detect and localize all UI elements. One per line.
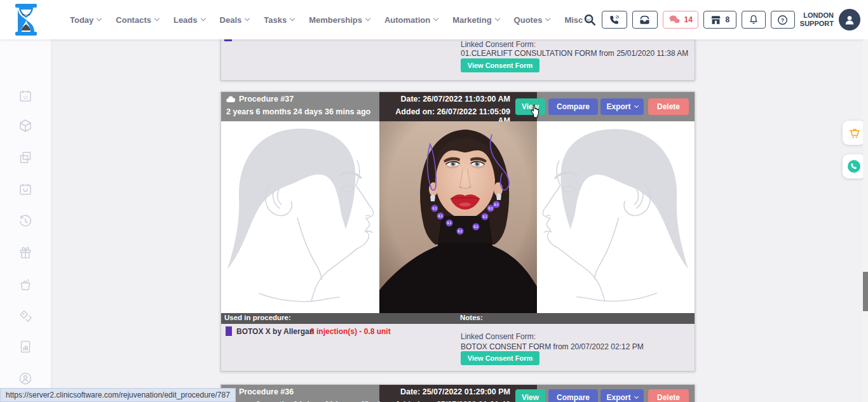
- injection-point[interactable]: 0.1: [487, 205, 494, 212]
- whatsapp-icon: [846, 159, 862, 174]
- procedure-added: Added on: 26/07/2022 11:05:09 AM: [383, 107, 510, 121]
- export-label: Export: [606, 393, 630, 402]
- svg-text:0.1: 0.1: [433, 207, 437, 210]
- delete-button[interactable]: Delete: [648, 389, 689, 402]
- delete-button[interactable]: Delete: [648, 98, 689, 115]
- link-preview-statusbar: https://server2.clinicsoftware.com/rejuv…: [0, 388, 236, 402]
- top-controls: 14 8 ?: [583, 0, 860, 39]
- gift-icon[interactable]: [18, 245, 33, 260]
- calendar-icon[interactable]: 12: [18, 88, 33, 104]
- chevron-down-icon: [634, 394, 638, 399]
- nav-contacts-label: Contacts: [116, 15, 151, 25]
- compare-button[interactable]: Compare: [548, 98, 598, 115]
- scrollbar-thumb[interactable]: [863, 272, 868, 311]
- nav-memberships-label: Memberships: [309, 15, 362, 25]
- svg-text:0.1: 0.1: [438, 215, 443, 218]
- injection-point[interactable]: 0.1: [437, 213, 444, 220]
- store-count-badge: 8: [725, 15, 729, 24]
- phone-button[interactable]: [602, 11, 627, 29]
- nav-leads-label: Leads: [173, 15, 198, 25]
- clinicsoftware-logo[interactable]: [11, 3, 41, 37]
- whatsapp-widget-button[interactable]: [843, 154, 865, 178]
- procedure-37-card: Procedure #37 2 years 6 months 24 days 3…: [220, 91, 695, 372]
- used-product-name: BOTOX X by Allergan: [236, 327, 314, 336]
- export-button[interactable]: Export: [600, 98, 644, 115]
- nav-misc-label: Misc: [564, 15, 583, 25]
- procedure-37-header: Procedure #37 2 years 6 months 24 days 3…: [221, 92, 695, 121]
- injection-point[interactable]: 0.1: [446, 220, 453, 227]
- export-button[interactable]: Export: [600, 389, 644, 402]
- tags-icon[interactable]: [18, 309, 33, 324]
- cart-widget-button[interactable]: [843, 121, 865, 145]
- linked-consent-value: BOTOX CONSENT FORM from 20/07/2022 02:12…: [461, 342, 644, 351]
- nav-automation-label: Automation: [384, 15, 430, 25]
- svg-text:12: 12: [23, 95, 28, 100]
- linked-consent-value: 01.CLEARLIFT CONSULTATION FORM from 25/0…: [461, 49, 688, 58]
- support-location-label: LONDON SUPPORT: [800, 11, 834, 28]
- injection-point[interactable]: 0.1: [493, 201, 500, 208]
- help-button[interactable]: ?: [771, 11, 795, 29]
- scrollbar-track[interactable]: [863, 39, 868, 402]
- notifications-button[interactable]: [742, 11, 766, 29]
- nav-deals[interactable]: Deals: [220, 15, 250, 25]
- account-icon[interactable]: [18, 371, 33, 386]
- svg-text:0.1: 0.1: [489, 207, 493, 210]
- face-diagram-right[interactable]: [537, 121, 695, 313]
- nav-automation[interactable]: Automation: [384, 15, 438, 25]
- cube-icon[interactable]: [18, 118, 33, 133]
- history-icon[interactable]: [18, 213, 33, 229]
- nav-quotes[interactable]: Quotes: [514, 15, 550, 25]
- nav-tasks[interactable]: Tasks: [264, 15, 294, 25]
- report-icon[interactable]: [18, 339, 33, 354]
- product-color-swatch: [224, 39, 232, 41]
- chevron-down-icon: [97, 16, 102, 21]
- view-button[interactable]: View: [515, 98, 545, 115]
- procedure-date: Date: 25/07/2022 01:29:00 PM: [383, 387, 510, 396]
- basket-icon[interactable]: [18, 277, 33, 292]
- svg-text:0.1: 0.1: [458, 230, 463, 233]
- nav-memberships[interactable]: Memberships: [309, 15, 370, 25]
- notes-header: Notes:: [460, 314, 483, 321]
- chevron-down-icon: [634, 104, 638, 108]
- inbox-button[interactable]: [632, 11, 658, 29]
- view-button[interactable]: View: [515, 389, 545, 402]
- chat-icon: [668, 14, 681, 25]
- nav-contacts[interactable]: Contacts: [116, 15, 159, 25]
- svg-text:0.1: 0.1: [494, 203, 499, 206]
- nav-today[interactable]: Today: [70, 15, 101, 25]
- procedure-title-label: Procedure #37: [239, 95, 294, 104]
- injection-point[interactable]: 0.1: [482, 213, 489, 220]
- calendar-check-icon[interactable]: [18, 182, 33, 197]
- procedure-photo[interactable]: 0.1 0.1 0.1 0.1 0.1 0.1 0.1 0.1: [379, 121, 537, 313]
- chevron-down-icon: [494, 16, 499, 21]
- injection-point[interactable]: 0.1: [457, 228, 464, 235]
- help-icon: ?: [776, 14, 789, 26]
- chat-button[interactable]: 14: [663, 11, 698, 29]
- chevron-down-icon: [545, 16, 550, 21]
- phone-icon: [609, 14, 620, 25]
- cloud-icon: [226, 96, 235, 103]
- compare-button[interactable]: Compare: [548, 389, 598, 402]
- svg-text:0.1: 0.1: [474, 225, 478, 229]
- product-color-swatch: [226, 326, 232, 336]
- injection-point[interactable]: 0.1: [473, 224, 480, 231]
- injection-point[interactable]: 0.1: [431, 205, 438, 212]
- previous-procedure-card: Linked Consent Form: 01.CLEARLIFT CONSUL…: [220, 39, 695, 81]
- nav-leads[interactable]: Leads: [173, 15, 205, 25]
- svg-text:?: ?: [781, 17, 784, 23]
- face-diagram-left[interactable]: [221, 121, 379, 313]
- user-avatar[interactable]: [839, 9, 860, 30]
- procedure-36-card: Procedure #36 2 years 6 months 24 days 2…: [220, 384, 695, 402]
- copy-icon[interactable]: [18, 150, 33, 165]
- procedure-date: Date: 26/07/2022 11:03:00 AM: [383, 95, 510, 104]
- view-consent-form-button[interactable]: View Consent Form: [461, 58, 539, 72]
- search-icon[interactable]: [583, 13, 597, 27]
- linked-consent-label: Linked Consent Form:: [461, 332, 536, 341]
- chevron-down-icon: [365, 16, 370, 21]
- chevron-down-icon: [200, 16, 205, 21]
- nav-marketing[interactable]: Marketing: [452, 15, 499, 25]
- nav-today-label: Today: [70, 15, 93, 25]
- view-consent-form-button[interactable]: View Consent Form: [461, 351, 539, 365]
- chat-count-badge: 14: [684, 15, 692, 24]
- store-button[interactable]: 8: [703, 11, 736, 29]
